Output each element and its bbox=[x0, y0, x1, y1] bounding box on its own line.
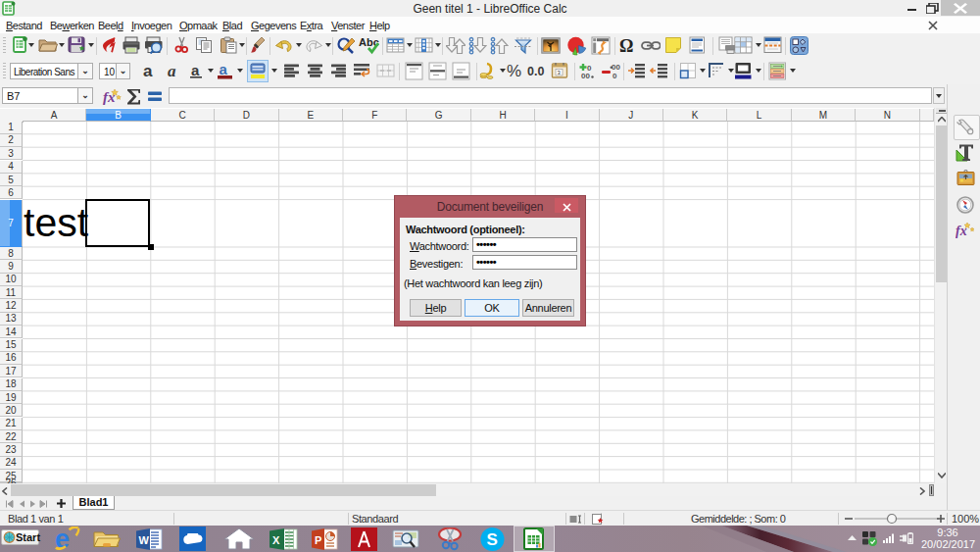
svg-text:S: S bbox=[487, 530, 498, 549]
svg-text:fx: fx bbox=[956, 224, 967, 238]
svg-text:W: W bbox=[139, 534, 150, 546]
svg-text:X: X bbox=[272, 534, 280, 546]
svg-text:P: P bbox=[315, 534, 321, 546]
